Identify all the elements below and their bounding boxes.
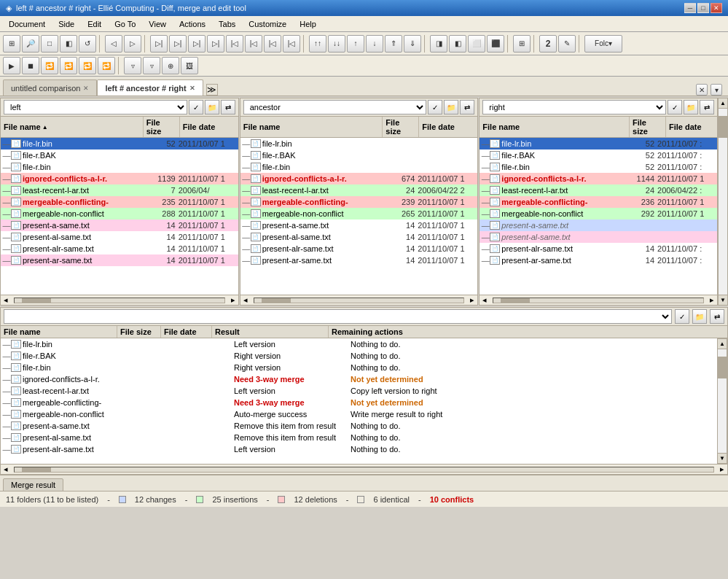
result-file-list[interactable]: — 📄 file-lr.bin Left version Nothing to …	[1, 338, 716, 464]
tb2-stop-button[interactable]: ⏹	[22, 57, 39, 74]
right-col-date[interactable]: File date	[666, 117, 717, 137]
right-row-9[interactable]: — 📄 present-alr-same.txt 14 2011/10/07 :	[480, 243, 717, 254]
right-row-4[interactable]: — 📄 least-recent-l-ar.txt 24 2006/04/22 …	[480, 184, 717, 196]
tb-btn4[interactable]: ◧	[60, 35, 77, 53]
result-scroll-thumb[interactable]	[718, 357, 727, 378]
tb-btn15[interactable]: ↑↑	[309, 35, 326, 53]
menu-edit[interactable]: Edit	[82, 18, 107, 30]
result-row-7[interactable]: — 📄 present-a-same.txt Remove this item …	[1, 420, 716, 432]
menu-actions[interactable]: Actions	[173, 18, 211, 30]
right-row-7[interactable]: — 📄 present-a-same.txt	[480, 219, 717, 231]
left-row-8[interactable]: — 📄 present-al-same.txt 14 2011/10/07 1	[1, 231, 238, 243]
ancestor-scrollbar-h[interactable]: ◂ ▸	[240, 295, 478, 305]
result-row-1[interactable]: — 📄 file-r.BAK Right version Nothing to …	[1, 350, 716, 362]
close-button[interactable]: ✕	[711, 3, 722, 13]
result-col-date[interactable]: File date	[161, 326, 212, 338]
right-scrollbar-h[interactable]: ◂ ▸	[480, 295, 717, 305]
result-col-size[interactable]: File size	[117, 326, 161, 338]
tb2-star-button[interactable]: ⊕	[162, 57, 179, 74]
anc-scroll-left[interactable]: ◂	[240, 295, 251, 305]
anc-row-6[interactable]: — 📄 mergeable-non-conflict 265 2011/10/0…	[240, 208, 478, 219]
tb-edit-button[interactable]: ✎	[558, 35, 576, 53]
tb-back-button[interactable]: ◁	[105, 35, 122, 53]
minimize-button[interactable]: ─	[684, 3, 696, 13]
left-scroll-right[interactable]: ▸	[228, 295, 238, 305]
tb-btn16[interactable]: ↓↓	[328, 35, 345, 53]
left-row-2[interactable]: — 📄 file-r.bin	[1, 161, 238, 173]
left-scroll-thumb[interactable]	[22, 298, 51, 303]
tb-btn7[interactable]: ▷|	[150, 35, 168, 53]
three-pane-scroll-thumb[interactable]	[719, 116, 727, 138]
tb-refresh-button[interactable]: ↺	[79, 35, 96, 53]
tb-btn18[interactable]: ↓	[366, 35, 383, 53]
right-row-8[interactable]: — 📄 present-al-same.txt	[480, 231, 717, 243]
tb-btn21[interactable]: ◨	[430, 35, 447, 53]
ancestor-file-list[interactable]: — 📄 file-lr.bin — 📄 file-r.BAK — 📄 file-…	[240, 138, 478, 295]
three-pane-scroll-track[interactable]	[719, 109, 727, 295]
anc-row-1[interactable]: — 📄 file-r.BAK	[240, 149, 478, 161]
tb-btn23[interactable]: ⬜	[468, 35, 485, 53]
tab-untitled-close[interactable]: ✕	[83, 85, 89, 92]
tab-bar-menu[interactable]: ▾	[711, 84, 722, 96]
tab-bar-close-all[interactable]: ✕	[696, 84, 708, 96]
tab-add-button[interactable]: ≫	[206, 84, 218, 96]
left-row-4[interactable]: — 📄 least-recent-l-ar.txt 7 2006/04/	[1, 184, 238, 196]
right-row-1[interactable]: — 📄 file-r.BAK 52 2011/10/07 :	[480, 149, 717, 161]
left-col-size[interactable]: File size	[144, 117, 180, 137]
result-row-2[interactable]: — 📄 file-r.bin Right version Nothing to …	[1, 362, 716, 373]
tb-search-button[interactable]: 🔎	[22, 35, 39, 53]
menu-tabs[interactable]: Tabs	[213, 18, 241, 30]
ancestor-pane-swap-btn[interactable]: ⇄	[460, 100, 474, 114]
result-check-btn[interactable]: ✓	[675, 309, 689, 324]
right-col-size[interactable]: File size	[630, 117, 666, 137]
left-pane-folder-btn[interactable]: 📁	[205, 100, 219, 114]
three-pane-scroll-down[interactable]: ▼	[719, 295, 727, 305]
tb2-refresh1-button[interactable]: 🔁	[41, 57, 58, 74]
right-pane-folder-btn[interactable]: 📁	[684, 100, 698, 114]
left-pane-dropdown[interactable]: left	[4, 100, 187, 114]
right-pane-dropdown[interactable]: right	[482, 100, 666, 114]
right-row-5[interactable]: — 📄 mergeable-conflicting- 236 2011/10/0…	[480, 196, 717, 208]
ancestor-pane-dropdown[interactable]: ancestor	[243, 100, 427, 114]
anc-scroll-thumb[interactable]	[262, 298, 291, 303]
tb2-filter2-button[interactable]: ▿	[143, 57, 160, 74]
tab-untitled-comparison[interactable]: untitled comparison ✕	[3, 79, 97, 96]
result-scroll-right[interactable]: ▸	[717, 465, 727, 474]
tb-btn10[interactable]: ▷|	[207, 35, 224, 53]
anc-row-10[interactable]: — 📄 present-ar-same.txt 14 2011/10/07 1	[240, 254, 478, 266]
three-pane-scroll-up[interactable]: ▲	[719, 98, 727, 109]
result-col-result[interactable]: Result	[212, 326, 329, 338]
merge-result-tab[interactable]: Merge result	[3, 478, 63, 491]
right-row-6[interactable]: — 📄 mergeable-non-conflict 292 2011/10/0…	[480, 208, 717, 219]
tb-btn3[interactable]: □	[41, 35, 58, 53]
tb2-refresh4-button[interactable]: 🔁	[98, 57, 115, 74]
right-scroll-right[interactable]: ▸	[707, 295, 717, 305]
left-row-1[interactable]: — 📄 file-r.BAK	[1, 149, 238, 161]
right-file-list[interactable]: — 📄 file-lr.bin 52 2011/10/07 : — 📄 file…	[480, 138, 717, 295]
result-col-remaining[interactable]: Remaining actions	[329, 326, 727, 338]
right-scroll-left[interactable]: ◂	[480, 295, 490, 305]
left-row-9[interactable]: — 📄 present-alr-same.txt 14 2011/10/07 1	[1, 243, 238, 254]
right-row-2[interactable]: — 📄 file-r.bin 52 2011/10/07 :	[480, 161, 717, 173]
tb-fold-button[interactable]: Folc▾	[584, 35, 622, 53]
tb-btn8[interactable]: ▷|	[169, 35, 187, 53]
maximize-button[interactable]: □	[697, 3, 709, 13]
result-row-0[interactable]: — 📄 file-lr.bin Left version Nothing to …	[1, 338, 716, 350]
tab-lar-close[interactable]: ✕	[189, 85, 195, 92]
tb-btn12[interactable]: |◁	[245, 35, 262, 53]
left-col-date[interactable]: File date	[180, 117, 238, 137]
menu-side[interactable]: Side	[52, 18, 80, 30]
result-scrollbar-h[interactable]: ◂ ▸	[1, 464, 727, 474]
left-pane-check-btn[interactable]: ✓	[189, 100, 203, 114]
tb-btn17[interactable]: ↑	[347, 35, 364, 53]
tb-btn19[interactable]: ⇑	[385, 35, 402, 53]
tb2-play-button[interactable]: ▶	[3, 57, 20, 74]
anc-row-2[interactable]: — 📄 file-r.bin	[240, 161, 478, 173]
tb-btn20[interactable]: ⇓	[404, 35, 421, 53]
result-swap-btn[interactable]: ⇄	[710, 309, 724, 324]
right-scroll-track[interactable]	[493, 298, 704, 303]
right-scroll-thumb[interactable]	[501, 298, 530, 303]
right-row-3[interactable]: — 📄 ignored-conflicts-a-l-r. 1144 2011/1…	[480, 173, 717, 184]
result-scrollbar[interactable]: ▲ ▼	[717, 338, 727, 464]
left-row-7[interactable]: — 📄 present-a-same.txt 14 2011/10/07 1	[1, 219, 238, 231]
